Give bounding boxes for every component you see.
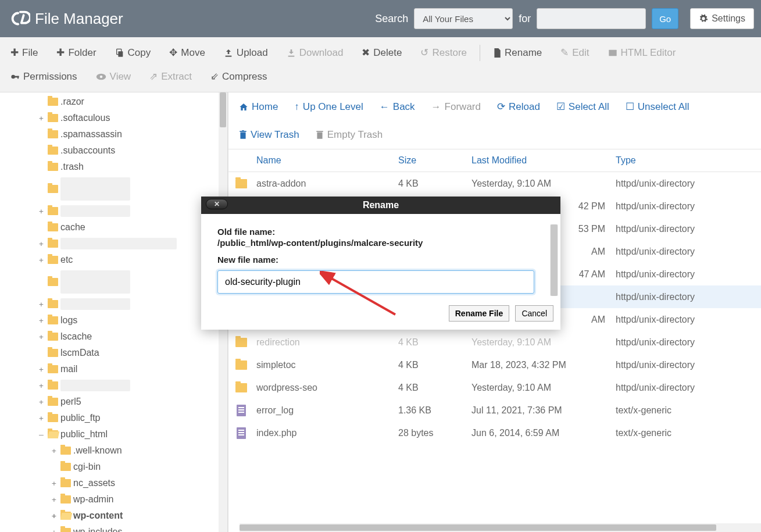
expand-toggle[interactable]: + bbox=[37, 414, 45, 423]
col-name[interactable]: Name bbox=[254, 155, 398, 166]
tree-item[interactable]: + bbox=[0, 203, 227, 219]
table-row[interactable]: error_log1.36 KBJul 11, 2021, 7:36 PMtex… bbox=[228, 399, 761, 422]
expand-toggle[interactable]: + bbox=[37, 240, 45, 248]
table-row[interactable]: index.php28 bytesJun 6, 2014, 6:59 AMtex… bbox=[228, 422, 761, 444]
go-button[interactable]: Go bbox=[652, 8, 678, 29]
view-button[interactable]: View bbox=[88, 66, 140, 87]
rename-file-button[interactable]: Rename File bbox=[449, 305, 509, 322]
delete-button[interactable]: ✖Delete bbox=[353, 42, 410, 63]
tree-item[interactable]: +nc_assets bbox=[0, 475, 227, 491]
tree-item[interactable]: + bbox=[0, 235, 227, 252]
expand-toggle[interactable]: + bbox=[50, 495, 58, 504]
tree-item[interactable]: + bbox=[0, 296, 227, 312]
settings-button[interactable]: Settings bbox=[690, 8, 754, 29]
tree-item[interactable]: + bbox=[0, 377, 227, 394]
download-button[interactable]: Download bbox=[278, 42, 352, 63]
search-scope-select[interactable]: All Your Files bbox=[414, 8, 513, 29]
tree-item[interactable]: +wp-includes bbox=[0, 524, 227, 532]
tree-item[interactable]: +mail bbox=[0, 361, 227, 377]
compress-button[interactable]: ⇙Compress bbox=[202, 66, 275, 87]
permissions-button[interactable]: Permissions bbox=[2, 66, 85, 87]
expand-toggle[interactable]: + bbox=[37, 398, 45, 406]
col-type[interactable]: Type bbox=[616, 155, 761, 166]
back-link[interactable]: ←Back bbox=[380, 101, 415, 113]
cancel-button[interactable]: Cancel bbox=[515, 305, 553, 322]
expand-toggle[interactable]: + bbox=[37, 114, 45, 123]
copy-button[interactable]: Copy bbox=[107, 42, 159, 63]
tree-item[interactable]: .subaccounts bbox=[0, 142, 227, 159]
tree-item[interactable]: +public_ftp bbox=[0, 410, 227, 426]
tree-item[interactable]: +wp-admin bbox=[0, 491, 227, 508]
tree-label: .subaccounts bbox=[60, 145, 115, 156]
tree-item[interactable]: +lscache bbox=[0, 329, 227, 345]
expand-toggle[interactable]: + bbox=[37, 300, 45, 309]
home-link[interactable]: Home bbox=[239, 101, 278, 113]
trash-icon bbox=[316, 130, 324, 140]
folder-icon bbox=[48, 114, 58, 122]
tree-item[interactable]: +logs bbox=[0, 312, 227, 329]
new-folder-button[interactable]: ✚Folder bbox=[48, 42, 104, 63]
expand-toggle[interactable]: + bbox=[37, 207, 45, 216]
table-row[interactable]: astra-addon4 KBYesterday, 9:10 AMhttpd/u… bbox=[228, 172, 761, 195]
tree-item[interactable]: +wp-content bbox=[0, 508, 227, 524]
upload-button[interactable]: Upload bbox=[216, 42, 276, 63]
tree-item[interactable]: cache bbox=[0, 219, 227, 235]
tree-label: lscmData bbox=[60, 348, 99, 358]
tree-item[interactable] bbox=[0, 268, 227, 296]
reload-link[interactable]: ⟳Reload bbox=[497, 101, 540, 113]
restore-button[interactable]: ↺Restore bbox=[412, 42, 475, 63]
table-row[interactable]: redirection4 KBYesterday, 9:10 AMhttpd/u… bbox=[228, 331, 761, 354]
dialog-titlebar[interactable]: ✕ Rename bbox=[201, 197, 560, 214]
tree-item[interactable]: +etc bbox=[0, 252, 227, 268]
new-name-input[interactable] bbox=[217, 270, 534, 294]
tree-item[interactable]: .spamassassin bbox=[0, 126, 227, 142]
search-input[interactable] bbox=[537, 8, 646, 29]
expand-toggle[interactable]: + bbox=[50, 447, 58, 455]
horizontal-scrollbar[interactable] bbox=[240, 523, 761, 532]
dialog-title: Rename bbox=[363, 200, 399, 210]
expand-toggle[interactable]: + bbox=[50, 528, 58, 533]
tree-item[interactable]: –public_html bbox=[0, 426, 227, 442]
edit-button[interactable]: ✎Edit bbox=[552, 42, 597, 63]
new-file-button[interactable]: ✚File bbox=[2, 42, 46, 63]
col-size[interactable]: Size bbox=[398, 155, 471, 166]
table-row[interactable]: simpletoc4 KBMar 18, 2023, 4:32 PMhttpd/… bbox=[228, 354, 761, 376]
empty-trash-link[interactable]: Empty Trash bbox=[316, 129, 383, 141]
tree-item[interactable]: .razor bbox=[0, 94, 227, 110]
rename-button[interactable]: Rename bbox=[485, 42, 550, 63]
expand-toggle[interactable]: + bbox=[37, 365, 45, 374]
tree-item[interactable] bbox=[0, 175, 227, 203]
expand-toggle[interactable]: + bbox=[50, 479, 58, 488]
tree-item[interactable]: lscmData bbox=[0, 345, 227, 361]
folder-tree[interactable]: .razor+.softaculous.spamassassin.subacco… bbox=[0, 92, 228, 532]
expand-toggle[interactable]: – bbox=[37, 430, 45, 439]
view-trash-link[interactable]: View Trash bbox=[239, 129, 299, 141]
html-editor-button[interactable]: HTML Editor bbox=[600, 42, 684, 63]
gear-icon bbox=[699, 14, 708, 23]
tree-item[interactable]: cgi-bin bbox=[0, 459, 227, 475]
col-modified[interactable]: Last Modified bbox=[471, 155, 616, 166]
expand-toggle[interactable]: + bbox=[37, 333, 45, 341]
tree-item[interactable]: +.softaculous bbox=[0, 110, 227, 126]
table-row[interactable]: wordpress-seo4 KBYesterday, 9:10 AMhttpd… bbox=[228, 376, 761, 399]
redacted-label bbox=[60, 205, 130, 217]
folder-icon bbox=[235, 338, 247, 347]
select-all-link[interactable]: ☑Select All bbox=[556, 101, 609, 113]
tree-item[interactable]: +.well-known bbox=[0, 442, 227, 459]
up-one-level-link[interactable]: ↑Up One Level bbox=[294, 101, 363, 113]
dialog-scrollbar[interactable] bbox=[550, 224, 558, 296]
expand-toggle[interactable]: + bbox=[50, 512, 58, 520]
expand-toggle[interactable]: + bbox=[37, 316, 45, 325]
close-icon[interactable]: ✕ bbox=[206, 199, 228, 209]
eye-icon bbox=[96, 73, 106, 81]
table-header[interactable]: Name Size Last Modified Type bbox=[228, 149, 761, 172]
extract-button[interactable]: ⇗Extract bbox=[141, 66, 200, 87]
unselect-all-link[interactable]: ☐Unselect All bbox=[626, 101, 689, 113]
expand-toggle[interactable]: + bbox=[37, 256, 45, 265]
folder-icon bbox=[48, 349, 58, 357]
forward-link[interactable]: →Forward bbox=[431, 101, 481, 113]
tree-item[interactable]: +perl5 bbox=[0, 394, 227, 410]
expand-toggle[interactable]: + bbox=[37, 381, 45, 390]
tree-item[interactable]: .trash bbox=[0, 159, 227, 175]
move-button[interactable]: ✥Move bbox=[161, 42, 213, 63]
